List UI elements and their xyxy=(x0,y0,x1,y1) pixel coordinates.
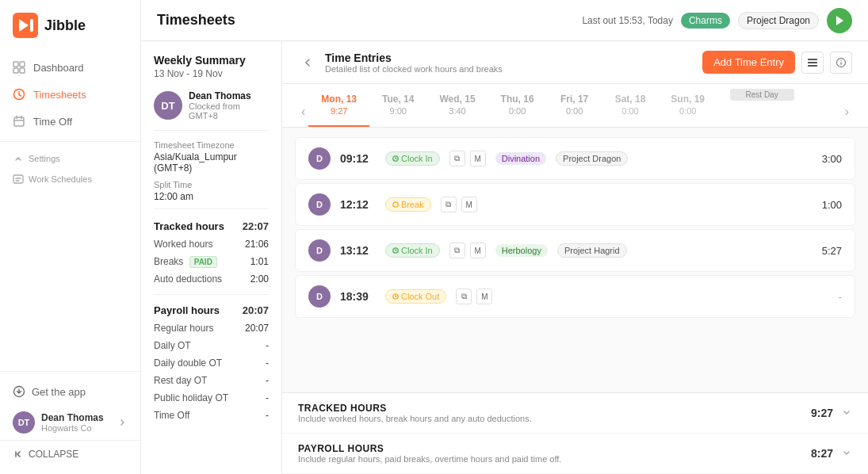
m-icon-btn[interactable]: M xyxy=(476,289,492,304)
break-icon xyxy=(392,201,399,208)
get-app-button[interactable]: Get the app xyxy=(0,378,140,405)
day-tab-wed15[interactable]: Wed, 15 3:40 xyxy=(426,84,488,127)
m-icon-btn[interactable]: M xyxy=(470,243,486,258)
dashboard-icon xyxy=(13,61,25,74)
project-badge[interactable]: Project Dragon xyxy=(738,12,819,29)
play-button[interactable] xyxy=(827,8,852,33)
collapse-label: COLLAPSE xyxy=(29,449,78,460)
entry-icons: ⧉ M xyxy=(449,243,486,258)
auto-deductions-row: Auto deductions 2:00 xyxy=(154,270,269,288)
project-tag-herbology[interactable]: Herbology xyxy=(495,244,548,257)
settings-section[interactable]: Settings xyxy=(0,148,140,169)
day-tab-thu16[interactable]: Thu, 16 0:00 xyxy=(488,84,547,127)
table-row: D 13:12 Clock In ⧉ M Herbology Project H… xyxy=(295,229,855,272)
payroll-summary-right: 8:27 xyxy=(811,447,852,460)
svg-rect-3 xyxy=(13,62,18,67)
daily-double-ot-row: Daily double OT - xyxy=(154,354,269,372)
sidebar: Jibble Dashboard Timesheets xyxy=(0,0,141,474)
day-tab-fri17[interactable]: Fri, 17 0:00 xyxy=(547,84,602,127)
m-icon-btn[interactable]: M xyxy=(470,151,486,166)
avatar: D xyxy=(308,285,331,308)
m-icon-btn[interactable]: M xyxy=(461,197,477,212)
day-tab-tue14[interactable]: Tue, 14 9:00 xyxy=(369,84,426,127)
auto-deductions-label: Auto deductions xyxy=(154,273,222,285)
user-name: Dean Thomas xyxy=(41,412,112,423)
collapse-icon xyxy=(13,449,24,460)
sidebar-logo: Jibble xyxy=(0,0,140,48)
logo-text: Jibble xyxy=(44,17,86,34)
day-name: Sun, 19 xyxy=(671,94,705,105)
worked-hours-label: Worked hours xyxy=(154,239,212,250)
project-tag[interactable]: Project Hagrid xyxy=(557,243,627,258)
public-holiday-ot-value: - xyxy=(266,392,269,403)
svg-point-19 xyxy=(393,202,398,207)
work-schedules-section[interactable]: Work Schedules xyxy=(0,169,140,189)
svg-rect-12 xyxy=(808,59,817,60)
payroll-hours-summary[interactable]: PAYROLL HOURS Include regular hours, pai… xyxy=(282,434,868,474)
rest-day-label: Rest Day xyxy=(730,89,794,101)
break-tag[interactable]: Break xyxy=(385,197,431,212)
chevron-down-icon xyxy=(841,448,852,459)
entry-dash: - xyxy=(839,291,842,303)
jibble-logo-icon xyxy=(13,13,38,38)
sidebar-bottom: Get the app DT Dean Thomas Hogwarts Co C… xyxy=(0,371,140,474)
clock-out-tag[interactable]: Clock Out xyxy=(385,289,446,304)
collapse-button[interactable]: COLLAPSE xyxy=(0,440,140,468)
prev-day-button[interactable]: ‹ xyxy=(298,97,308,127)
daily-ot-value: - xyxy=(266,340,269,351)
rest-day-ot-label: Rest day OT xyxy=(154,375,207,386)
info-icon xyxy=(835,57,847,68)
rest-day-ot-value: - xyxy=(266,375,269,386)
copy-icon-btn[interactable]: ⧉ xyxy=(456,289,472,304)
info-button[interactable] xyxy=(830,52,852,74)
user-avatar: DT xyxy=(13,411,35,434)
day-tab-sun19[interactable]: Sun, 19 0:00 xyxy=(658,84,717,127)
day-time: 0:00 xyxy=(560,106,590,116)
day-time: 9:27 xyxy=(321,106,357,116)
get-app-label: Get the app xyxy=(32,386,86,398)
project-tag[interactable]: Project Dragon xyxy=(556,151,628,166)
time-off-value: - xyxy=(266,410,269,421)
sidebar-item-timesheets[interactable]: Timesheets xyxy=(0,81,140,108)
tracked-hours-value: 22:07 xyxy=(243,220,269,232)
tracked-hours-summary[interactable]: TRACKED HOURS Include worked hours, brea… xyxy=(282,393,868,434)
copy-icon-btn[interactable]: ⧉ xyxy=(449,243,465,258)
day-name: Tue, 14 xyxy=(382,94,414,105)
add-time-entry-button[interactable]: Add Time Entry xyxy=(702,51,795,74)
regular-hours-value: 20:07 xyxy=(245,323,269,334)
clock-in-tag[interactable]: Clock In xyxy=(385,151,440,166)
svg-rect-13 xyxy=(808,62,817,63)
project-tag-divination[interactable]: Divination xyxy=(495,152,546,165)
back-button[interactable] xyxy=(298,53,317,72)
entries-header: Time Entries Detailed list of clocked wo… xyxy=(282,41,868,84)
play-icon xyxy=(835,15,844,26)
day-time: 9:00 xyxy=(382,106,414,116)
day-tab-mon13[interactable]: Mon, 13 9:27 xyxy=(308,84,369,127)
weekly-title: Weekly Summary xyxy=(154,54,269,67)
avatar: D xyxy=(308,147,331,170)
user-profile[interactable]: DT Dean Thomas Hogwarts Co xyxy=(0,405,140,440)
weekly-dates: 13 Nov - 19 Nov xyxy=(154,68,269,79)
clock-out-icon xyxy=(392,293,399,300)
public-holiday-ot-label: Public holiday OT xyxy=(154,392,228,403)
day-tab-sat18[interactable]: Sat, 18 0:00 xyxy=(602,84,659,127)
sidebar-item-timeoff[interactable]: Time Off xyxy=(0,108,140,135)
chevron-right-icon xyxy=(118,418,128,427)
page-title: Timesheets xyxy=(157,12,235,29)
day-time: 0:00 xyxy=(671,106,705,116)
sidebar-item-dashboard[interactable]: Dashboard xyxy=(0,54,140,81)
list-view-button[interactable] xyxy=(801,52,824,74)
copy-icon-btn[interactable]: ⧉ xyxy=(449,151,465,166)
copy-icon-btn[interactable]: ⧉ xyxy=(441,197,457,212)
time-off-label: Time Off xyxy=(154,410,189,421)
person-subtitle: Clocked from GMT+8 xyxy=(189,101,269,120)
svg-rect-4 xyxy=(20,62,25,67)
entries-title-block: Time Entries Detailed list of clocked wo… xyxy=(325,52,503,74)
next-day-button[interactable]: › xyxy=(842,97,852,127)
clock-in-tag[interactable]: Clock In xyxy=(385,243,440,258)
entries-panel: Time Entries Detailed list of clocked wo… xyxy=(282,41,868,474)
tracked-summary-subtitle: Include worked hours, break hours and an… xyxy=(298,414,532,423)
status-badge[interactable]: Charms xyxy=(681,13,730,29)
split-time-value: 12:00 am xyxy=(154,191,269,202)
svg-rect-14 xyxy=(808,65,817,67)
